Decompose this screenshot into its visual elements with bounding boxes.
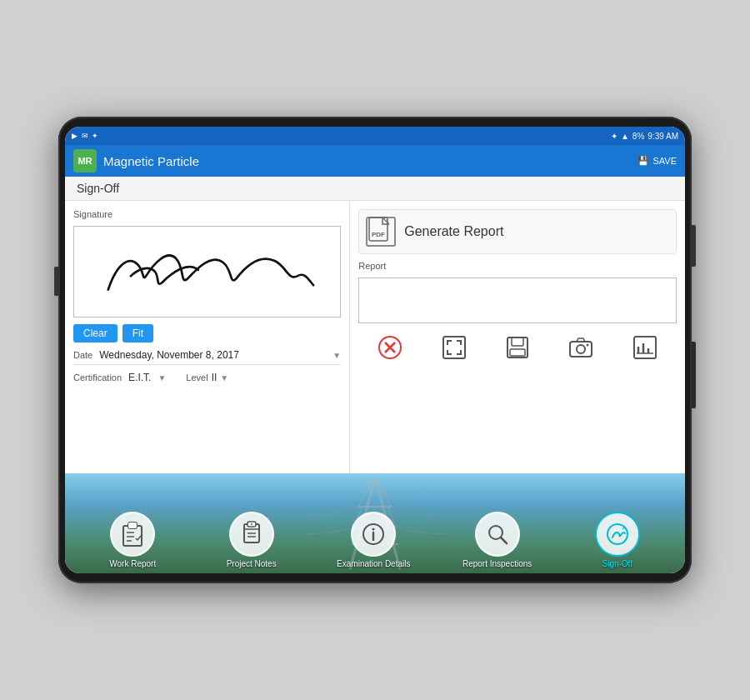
date-dropdown-icon[interactable]: ▼ xyxy=(332,351,341,360)
svg-text:PDF: PDF xyxy=(372,231,385,238)
svg-line-44 xyxy=(622,527,625,529)
save-label[interactable]: SAVE xyxy=(652,156,677,166)
signature-buttons: Clear Fit xyxy=(73,324,341,342)
date-row: Date Wednesday, November 8, 2017 ▼ xyxy=(73,349,341,365)
report-inspections-icon-circle xyxy=(475,512,520,557)
work-report-icon-circle xyxy=(110,512,155,557)
status-left: ▶ ✉ ✦ xyxy=(72,132,99,140)
status-bar: ▶ ✉ ✦ ✦ ▲ 8% 9:39 AM xyxy=(65,127,685,145)
svg-point-11 xyxy=(587,344,589,347)
date-value: Wednesday, November 8, 2017 xyxy=(99,349,239,361)
clipboard-icon xyxy=(121,521,144,548)
signature-box[interactable] xyxy=(73,226,341,318)
signal-icon: ▲ xyxy=(621,132,629,141)
notes-icon xyxy=(240,521,263,548)
nav-items-container: Work Report Project Note xyxy=(65,512,685,573)
bottom-nav: Work Report Project Note xyxy=(65,473,685,573)
svg-point-40 xyxy=(372,528,375,531)
level-dropdown-icon[interactable]: ▼ xyxy=(220,373,228,382)
report-actions xyxy=(358,330,677,365)
report-panel: PDF Generate Report Report xyxy=(350,201,685,473)
project-notes-icon-circle xyxy=(229,512,274,557)
cert-label: Certification xyxy=(73,372,122,382)
main-content: Signature Clear Fit Date Wednesday, Nove… xyxy=(65,201,685,473)
svg-point-37 xyxy=(251,523,252,525)
expand-action-icon[interactable] xyxy=(440,333,468,362)
tablet-device: ▶ ✉ ✦ ✦ ▲ 8% 9:39 AM MR Magnetic Particl… xyxy=(58,117,692,583)
clear-button[interactable]: Clear xyxy=(73,324,118,342)
level-label: Level xyxy=(186,372,208,382)
svg-rect-8 xyxy=(510,349,525,356)
report-inspections-label: Report Inspections xyxy=(462,559,532,568)
signature-drawing xyxy=(74,227,340,317)
examination-details-icon-circle xyxy=(351,512,396,557)
nav-item-work-report[interactable]: Work Report xyxy=(99,512,166,568)
app-bar-left: MR Magnetic Particle xyxy=(73,149,199,172)
search-icon xyxy=(486,522,509,546)
app-title: Magnetic Particle xyxy=(103,154,199,168)
svg-rect-5 xyxy=(443,337,465,358)
svg-line-22 xyxy=(358,478,375,507)
signature-label: Signature xyxy=(73,209,341,219)
cert-value: E.I.T. xyxy=(128,372,151,383)
project-notes-label: Project Notes xyxy=(227,559,277,568)
nav-item-sign-off[interactable]: Sign-Off xyxy=(584,512,651,568)
work-report-label: Work Report xyxy=(109,559,156,568)
clock: 9:39 AM xyxy=(648,132,678,141)
battery-level: 8% xyxy=(632,132,644,141)
level-value: II xyxy=(212,372,218,383)
save-action-icon[interactable] xyxy=(503,333,532,362)
signoff-icon xyxy=(606,522,629,546)
nav-item-report-inspections[interactable]: Report Inspections xyxy=(462,512,532,568)
nav-item-project-notes[interactable]: Project Notes xyxy=(218,512,285,568)
app-logo: MR xyxy=(73,149,97,172)
section-title: Sign-Off xyxy=(77,182,119,195)
cert-dropdown-icon[interactable]: ▼ xyxy=(158,373,166,382)
level-section: Level II ▼ xyxy=(186,372,228,383)
pdf-icon-svg: PDF xyxy=(368,217,394,247)
cancel-action-icon[interactable] xyxy=(376,333,404,362)
report-textarea[interactable] xyxy=(358,278,677,323)
app-bar: MR Magnetic Particle 💾 SAVE xyxy=(65,145,685,177)
nav-item-examination-details[interactable]: Examination Details xyxy=(337,512,410,568)
power-button[interactable] xyxy=(692,225,696,267)
volume-button[interactable] xyxy=(54,267,58,296)
svg-rect-9 xyxy=(570,342,592,357)
home-button[interactable] xyxy=(692,342,696,408)
chart-action-icon[interactable] xyxy=(631,333,659,362)
svg-rect-28 xyxy=(128,522,137,528)
fit-button[interactable]: Fit xyxy=(122,324,153,342)
cert-row: Certification E.I.T. ▼ Level II ▼ xyxy=(73,372,341,383)
bluetooth-icon: ✦ xyxy=(611,132,618,141)
status-icons: ▶ ✉ ✦ xyxy=(72,132,99,140)
pdf-icon: PDF xyxy=(366,217,396,247)
save-icon: 💾 xyxy=(638,156,649,167)
camera-action-icon[interactable] xyxy=(567,333,595,362)
generate-report-header: PDF Generate Report xyxy=(358,209,677,254)
svg-rect-7 xyxy=(512,338,523,346)
svg-line-42 xyxy=(501,538,507,543)
sign-off-icon-circle xyxy=(595,512,640,557)
info-icon xyxy=(362,522,385,546)
examination-details-label: Examination Details xyxy=(337,559,410,568)
date-label: Date xyxy=(73,350,92,360)
section-header: Sign-Off xyxy=(65,177,685,201)
report-label: Report xyxy=(358,261,677,271)
sign-off-label: Sign-Off xyxy=(602,559,632,568)
svg-line-23 xyxy=(375,478,392,507)
app-bar-right: 💾 SAVE xyxy=(638,156,677,167)
tablet-screen: ▶ ✉ ✦ ✦ ▲ 8% 9:39 AM MR Magnetic Particl… xyxy=(65,127,685,573)
generate-report-title: Generate Report xyxy=(404,224,503,239)
status-right: ✦ ▲ 8% 9:39 AM xyxy=(611,132,678,141)
signature-panel: Signature Clear Fit Date Wednesday, Nove… xyxy=(65,201,350,473)
svg-point-10 xyxy=(577,345,585,353)
